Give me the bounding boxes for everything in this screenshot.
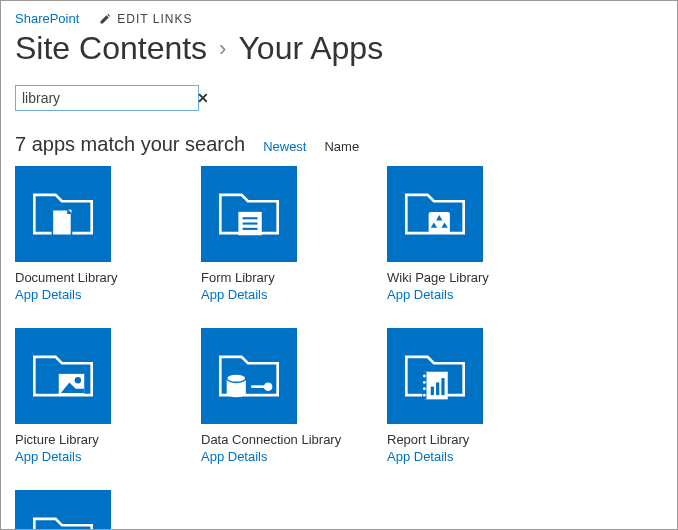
app-card: Form LibraryApp Details [201,166,361,302]
app-card: Data Connection LibraryApp Details [201,328,361,464]
breadcrumb: Site Contents › Your Apps [15,30,663,67]
app-details-link[interactable]: App Details [387,287,453,302]
svg-point-23 [423,394,426,397]
app-details-link[interactable]: App Details [387,449,453,464]
svg-point-14 [227,389,246,398]
app-details-link[interactable]: App Details [15,449,81,464]
app-tile[interactable] [387,166,483,262]
svg-rect-25 [436,382,439,395]
app-card: Report LibraryApp Details [387,328,547,464]
app-tile[interactable] [15,166,111,262]
app-name[interactable]: Picture Library [15,432,175,447]
page-title: Your Apps [238,30,383,67]
app-name[interactable]: Wiki Page Library [387,270,547,285]
app-details-link[interactable]: App Details [15,287,81,302]
results-bar: 7 apps match your search Newest Name [15,133,663,156]
svg-point-20 [423,375,426,378]
app-tile[interactable] [15,328,111,424]
search-input[interactable] [22,90,197,106]
app-card: Document LibraryApp Details [15,166,175,302]
app-name[interactable]: Report Library [387,432,547,447]
app-name[interactable]: Data Connection Library [201,432,361,447]
app-tile[interactable] [387,328,483,424]
app-tile[interactable] [201,166,297,262]
app-details-link[interactable]: App Details [201,449,267,464]
edit-links-label: EDIT LINKS [117,12,192,26]
sharepoint-link[interactable]: SharePoint [15,11,79,26]
app-card: Picture LibraryApp Details [15,328,175,464]
pencil-icon [99,13,111,25]
search-box[interactable]: ✕ [15,85,199,111]
svg-rect-26 [441,378,444,395]
app-tile[interactable] [15,490,111,530]
app-details-link[interactable]: App Details [201,287,267,302]
svg-point-21 [423,381,426,384]
chevron-right-icon: › [219,36,226,62]
edit-links-button[interactable]: EDIT LINKS [99,12,192,26]
svg-point-10 [75,377,81,383]
app-name[interactable]: Document Library [15,270,175,285]
results-count: 7 apps match your search [15,133,245,156]
app-card: Wiki Page LibraryApp Details [387,166,547,302]
svg-rect-24 [431,387,434,396]
sort-name[interactable]: Name [324,139,359,154]
breadcrumb-root[interactable]: Site Contents [15,30,207,67]
clear-search-icon[interactable]: ✕ [197,90,209,106]
sort-newest[interactable]: Newest [263,139,306,154]
app-card: Asset LibraryApp Details [15,490,175,530]
app-name[interactable]: Form Library [201,270,361,285]
apps-grid: Document LibraryApp DetailsForm LibraryA… [15,166,663,530]
svg-point-22 [423,387,426,390]
svg-point-17 [264,382,273,391]
app-tile[interactable] [201,328,297,424]
top-nav: SharePoint EDIT LINKS [15,11,663,26]
